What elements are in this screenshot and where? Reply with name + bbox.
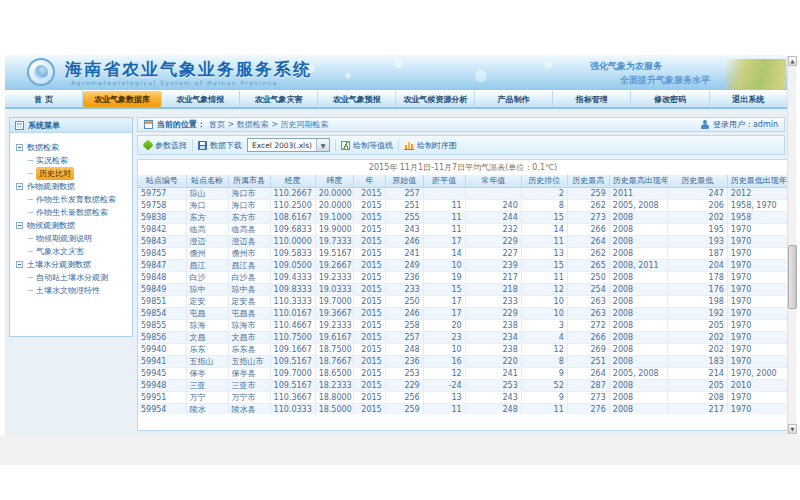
table-cell: 1970 xyxy=(727,331,788,343)
column-header[interactable]: 纬度 xyxy=(315,175,353,187)
app-window: 海南省农业气象业务服务系统 Agrometeorological System … xyxy=(5,55,788,435)
draw-contour-button[interactable]: 绘制等值线 xyxy=(341,140,393,151)
column-header[interactable]: 常年值 xyxy=(465,175,521,187)
column-header[interactable]: 站点编号 xyxy=(138,175,186,187)
table-row[interactable]: 59757琼山海口市110.266720.0000201525722592011… xyxy=(138,187,788,199)
sidebar-item[interactable]: 实况检索 xyxy=(16,154,128,167)
table-cell: 2012 xyxy=(727,187,788,199)
scroll-down-icon[interactable]: ▼ xyxy=(788,424,797,434)
column-header[interactable]: 历史最低 xyxy=(667,175,727,187)
table-cell: 东方 xyxy=(186,211,228,223)
sidebar-group-label: 物候观测数据 xyxy=(27,220,75,231)
param-select-button[interactable]: 参数选择 xyxy=(144,140,187,151)
sidebar-item[interactable]: 作物生长量数据检索 xyxy=(16,206,128,219)
table-cell: 10 xyxy=(521,295,567,307)
column-header[interactable]: 历史排位 xyxy=(521,175,567,187)
table-cell: 1970 xyxy=(727,259,788,271)
nav-tab-8[interactable]: 指标管理 xyxy=(553,91,631,107)
table-row[interactable]: 59848白沙白沙县109.433319.2333201523619217112… xyxy=(138,271,788,283)
nav-tab-6[interactable]: 农业气候资源分析 xyxy=(396,91,474,107)
nav-tab-2[interactable]: 农业气象数据库 xyxy=(83,91,161,107)
page: 海南省农业气象业务服务系统 Agrometeorological System … xyxy=(0,0,800,500)
data-download-button[interactable]: 数据下载 xyxy=(198,140,242,151)
table-row[interactable]: 59855琼海琼海市110.466719.2333201525820238327… xyxy=(138,319,788,331)
table-cell: 272 xyxy=(567,319,609,331)
table-row[interactable]: 59851定安定安县110.333319.7000201525017233102… xyxy=(138,295,788,307)
table-cell: 2015 xyxy=(353,259,385,271)
breadcrumb[interactable]: 首页 > 数据检索 > 历史同期检索 xyxy=(209,119,329,130)
table-cell: 18.7667 xyxy=(315,355,353,367)
table-row[interactable]: 59758海口海口市110.250020.0000201525111240826… xyxy=(138,199,788,211)
table-cell xyxy=(423,187,465,199)
table-row[interactable]: 59941五指山五指山市109.516718.76672015236162208… xyxy=(138,355,788,367)
table-cell: 59940 xyxy=(138,343,186,355)
table-row[interactable]: 59845儋州儋州市109.583319.5167201524114227132… xyxy=(138,247,788,259)
table-cell: 59849 xyxy=(138,283,186,295)
table-cell: 2005, 2008 xyxy=(609,367,667,379)
vertical-scrollbar[interactable]: ▲ ▼ xyxy=(787,56,796,434)
table-cell: 文昌市 xyxy=(228,331,270,343)
table-cell: 287 xyxy=(567,379,609,391)
column-header[interactable]: 历史最高 xyxy=(567,175,609,187)
table-row[interactable]: 59951万宁万宁市110.366718.8000201525613243927… xyxy=(138,391,788,403)
sidebar-item[interactable]: 物候期观测说明 xyxy=(16,232,128,245)
table-row[interactable]: 59945保亭保亭县109.700018.6500201525312241926… xyxy=(138,367,788,379)
nav-tab-7[interactable]: 产品制作 xyxy=(475,91,553,107)
sidebar-item[interactable]: 自动站土壤水分观测 xyxy=(16,271,128,284)
collapse-icon[interactable] xyxy=(16,222,23,229)
column-header[interactable]: 年 xyxy=(353,175,385,187)
column-header[interactable]: 经度 xyxy=(270,175,315,187)
nav-tab-5[interactable]: 农业气象预报 xyxy=(318,91,396,107)
table-row[interactable]: 59854屯昌屯昌县110.016719.3667201524617229102… xyxy=(138,307,788,319)
sidebar-group[interactable]: 物候观测数据 xyxy=(16,219,128,232)
table-row[interactable]: 59940乐东乐东县109.166718.7500201524810238122… xyxy=(138,343,788,355)
app-subtitle: Agrometeorological System of Hainan Prov… xyxy=(71,79,278,86)
table-row[interactable]: 59838东方东方市108.616719.1000201525511244152… xyxy=(138,211,788,223)
table-row[interactable]: 59842临高临高县109.683319.9000201524311232142… xyxy=(138,223,788,235)
sidebar-item[interactable]: 作物生长发育数据检索 xyxy=(16,193,128,206)
column-header[interactable]: 距平值 xyxy=(423,175,465,187)
table-scroll-region[interactable]: 站点编号站点名称所属市县经度纬度年原始值距平值常年值历史排位历史最高历史最高出现… xyxy=(138,175,788,414)
table-row[interactable]: 59843澄迈澄迈县110.000019.7333201524617229112… xyxy=(138,235,788,247)
table-row[interactable]: 59954陵水陵水县110.033318.5000201525911248112… xyxy=(138,403,788,414)
table-cell: 229 xyxy=(465,235,521,247)
table-cell: 220 xyxy=(465,355,521,367)
sidebar-group[interactable]: 土壤水分观测数据 xyxy=(16,258,128,271)
sidebar-group[interactable]: 数据检索 xyxy=(16,141,128,154)
scroll-up-icon[interactable]: ▲ xyxy=(788,56,797,66)
column-header[interactable]: 原始值 xyxy=(385,175,423,187)
nav-tab-9[interactable]: 修改密码 xyxy=(631,91,709,107)
scrollbar-thumb[interactable] xyxy=(788,245,797,309)
table-cell: 19.3667 xyxy=(315,307,353,319)
sidebar-item[interactable]: 土壤水文物理特性 xyxy=(16,284,128,297)
table-cell: -24 xyxy=(423,379,465,391)
table-row[interactable]: 59847昌江昌江县109.050019.2667201524910239152… xyxy=(138,259,788,271)
nav-tab-3[interactable]: 农业气象情报 xyxy=(162,91,240,107)
table-row[interactable]: 59849琼中琼中县109.833319.0333201523315218122… xyxy=(138,283,788,295)
sidebar-group[interactable]: 作物观测数据 xyxy=(16,180,128,193)
column-header[interactable]: 站点名称 xyxy=(186,175,228,187)
table-cell: 59856 xyxy=(138,331,186,343)
sidebar-item[interactable]: 气象水文灾害 xyxy=(16,245,128,258)
table-cell: 59838 xyxy=(138,211,186,223)
column-header[interactable]: 历史最低出现年份 xyxy=(727,175,788,187)
table-cell: 23 xyxy=(423,331,465,343)
nav-tab-1[interactable]: 首 页 xyxy=(5,91,83,107)
table-cell: 19.7000 xyxy=(315,295,353,307)
nav-tab-10[interactable]: 退出系统 xyxy=(710,91,788,107)
column-header[interactable]: 历史最高出现年份 xyxy=(609,175,667,187)
table-row[interactable]: 59948三亚三亚市109.516718.23332015229-2425352… xyxy=(138,379,788,391)
nav-tab-4[interactable]: 农业气象灾害 xyxy=(240,91,318,107)
collapse-icon[interactable] xyxy=(16,144,23,151)
table-cell: 文昌 xyxy=(186,331,228,343)
export-format-select[interactable]: Excel 2003(.xls) ▼ xyxy=(247,138,330,152)
draw-timeseries-button[interactable]: 绘制时序图 xyxy=(404,140,457,151)
sidebar-item[interactable]: 历史比对 xyxy=(16,167,128,180)
collapse-icon[interactable] xyxy=(16,183,23,190)
column-header[interactable]: 所属市县 xyxy=(228,175,270,187)
table-cell: 2015 xyxy=(353,391,385,403)
table-row[interactable]: 59856文昌文昌市110.750019.6167201525723234426… xyxy=(138,331,788,343)
table-cell: 206 xyxy=(667,199,727,211)
collapse-icon[interactable] xyxy=(16,261,23,268)
table-cell: 13 xyxy=(521,247,567,259)
